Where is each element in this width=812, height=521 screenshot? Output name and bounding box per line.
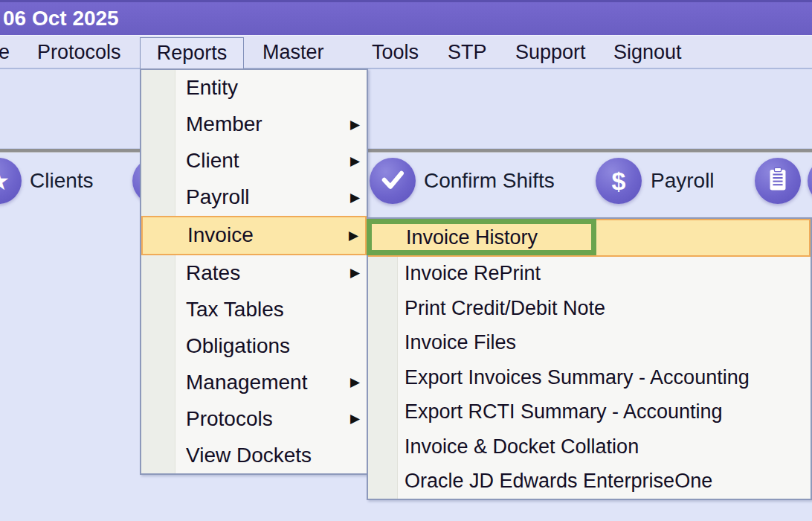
menu-item-label: Protocols [186,407,273,431]
menu-item-entity[interactable]: Entity [141,70,367,106]
menu-item-payroll[interactable]: Payroll ▶ [141,179,367,216]
menu-item-tools[interactable]: Tools [372,36,419,68]
submenu-item-label: Invoice History [406,226,538,249]
invoice-submenu: Invoice History Invoice RePrint Print Cr… [367,217,812,500]
submenu-item-invoice-docket-collation[interactable]: Invoice & Docket Collation [368,429,811,464]
menu-item-master[interactable]: Master [262,36,324,68]
star-icon: ★ [0,168,10,194]
title-bar: 06 Oct 2025 [0,0,812,35]
submenu-arrow-icon: ▶ [349,229,358,242]
submenu-item-print-credit-debit-note[interactable]: Print Credit/Debit Note [368,291,811,326]
submenu-item-invoice-reprint[interactable]: Invoice RePrint [368,257,811,292]
menu-item-rates[interactable]: Rates ▶ [141,255,367,292]
toolbar: ★ Clients Confirm Shifts $ Payroll [0,69,812,148]
app-window: 06 Oct 2025 e Protocols Reports Master T… [0,0,812,521]
submenu-arrow-icon: ▶ [350,376,360,389]
submenu-item-export-invoices-summary[interactable]: Export Invoices Summary - Accounting [368,360,811,395]
submenu-item-invoice-files[interactable]: Invoice Files [368,326,811,361]
menu-item-management[interactable]: Management ▶ [141,364,367,400]
check-icon [379,166,406,196]
payroll-button-label[interactable]: Payroll [651,158,715,204]
confirm-shifts-button-circle[interactable] [370,158,416,204]
menu-item-label: Tax Tables [186,298,284,322]
menu-item-label: Rates [186,261,240,285]
submenu-item-label: Export Invoices Summary - Accounting [405,366,750,389]
submenu-item-export-rcti-summary[interactable]: Export RCTI Summary - Accounting [368,395,811,430]
menu-item-stp[interactable]: STP [448,36,487,68]
menu-item-reports[interactable]: Reports [140,37,244,68]
reports-dropdown-menu: Entity Member ▶ Client ▶ Payroll ▶ Invoi… [140,68,368,475]
dollar-icon: $ [612,168,626,194]
submenu-item-label: Invoice RePrint [405,262,541,285]
clipboard-button-circle[interactable] [755,158,801,204]
menu-item-label: Payroll [186,185,250,209]
menu-item-obligations[interactable]: Obligations [141,327,367,364]
menu-item-partial[interactable]: e [0,36,10,68]
invoice-submenu-rows: Invoice History Invoice RePrint Print Cr… [368,219,811,499]
submenu-arrow-icon: ▶ [350,412,360,425]
submenu-arrow-icon: ▶ [350,118,360,131]
menu-item-protocols[interactable]: Protocols [37,36,121,68]
submenu-arrow-icon: ▶ [350,155,360,167]
submenu-arrow-icon: ▶ [350,191,360,204]
clipped-button-circle[interactable] [808,158,812,204]
window-title-date: 06 Oct 2025 [3,7,119,31]
menu-item-label: Client [186,149,239,173]
toolbar-divider [0,148,812,153]
confirm-shifts-button-label[interactable]: Confirm Shifts [424,158,555,204]
menu-item-label: Obligations [186,334,290,358]
menu-item-support[interactable]: Support [515,36,586,68]
menu-item-client[interactable]: Client ▶ [141,143,367,179]
menu-item-label: Member [186,112,262,136]
clients-button-circle[interactable]: ★ [0,158,22,204]
submenu-item-oracle-jd-edwards[interactable]: Oracle JD Edwards EnterpriseOne [368,464,811,499]
menu-item-member[interactable]: Member ▶ [141,106,367,143]
submenu-item-label: Oracle JD Edwards EnterpriseOne [405,470,712,493]
payroll-button-circle[interactable]: $ [596,158,642,204]
clipboard-icon [766,167,790,195]
menu-item-label: Entity [186,76,238,100]
submenu-arrow-icon: ▶ [350,266,360,279]
submenu-item-label: Invoice Files [405,331,516,354]
menu-item-tax-tables[interactable]: Tax Tables [141,291,367,327]
menu-bar: e Protocols Reports Master Tools STP Sup… [0,35,812,69]
menu-item-invoice[interactable]: Invoice ▶ [141,216,367,255]
menu-item-protocols-report[interactable]: Protocols ▶ [141,400,367,437]
menu-item-view-dockets[interactable]: View Dockets [141,437,367,473]
menu-item-label: View Dockets [186,444,312,467]
submenu-item-invoice-history[interactable]: Invoice History [368,219,811,257]
reports-menu-rows: Entity Member ▶ Client ▶ Payroll ▶ Invoi… [141,70,367,473]
menu-item-label: Invoice [187,223,254,247]
submenu-item-label: Print Credit/Debit Note [405,297,605,320]
clients-button-label[interactable]: Clients [30,158,94,204]
menu-item-label: Management [186,371,307,394]
submenu-item-label: Export RCTI Summary - Accounting [405,400,723,423]
menu-item-signout[interactable]: Signout [613,36,682,68]
submenu-item-label: Invoice & Docket Collation [405,435,639,458]
